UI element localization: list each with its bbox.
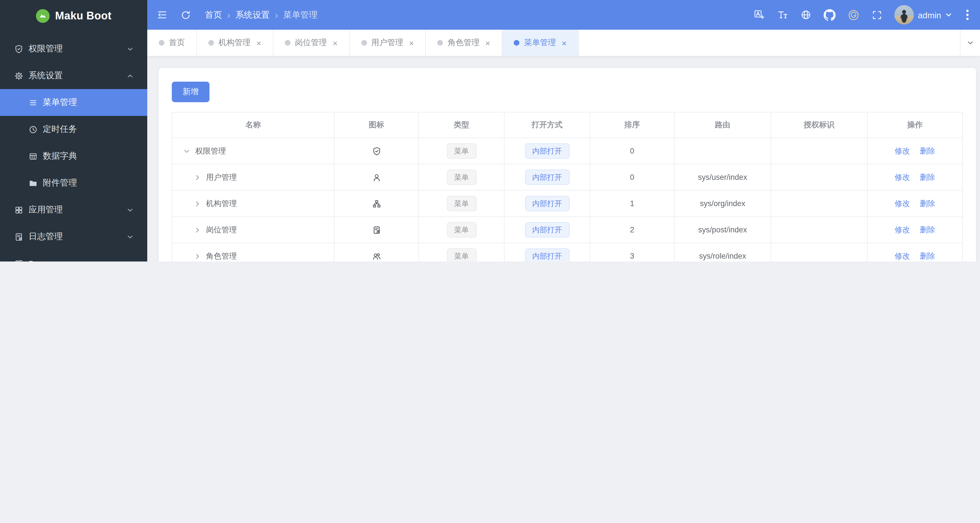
cell-icon xyxy=(334,138,418,164)
cell-icon xyxy=(334,217,418,243)
sidebar-item-0[interactable]: 权限管理 xyxy=(0,35,147,62)
user-menu[interactable]: admin xyxy=(894,5,952,24)
delete-link[interactable]: 删除 xyxy=(920,252,935,260)
cell-name: 机构管理 xyxy=(172,190,334,217)
breadcrumb-item-0[interactable]: 首页 xyxy=(205,10,222,20)
type-badge: 菜单 xyxy=(447,248,476,262)
expand-row-icon[interactable] xyxy=(194,253,201,260)
open-mode-badge: 内部打开 xyxy=(525,196,570,211)
app-logo: Maku Boot xyxy=(0,0,147,32)
sidebar-subitem-1-3[interactable]: 附件管理 xyxy=(0,170,147,196)
table-header-row: 名称图标类型打开方式排序路由授权标识操作 xyxy=(172,112,963,138)
column-header-1: 图标 xyxy=(334,112,418,138)
more-menu-icon[interactable] xyxy=(964,8,971,22)
avatar xyxy=(894,5,914,24)
sidebar-subitem-label: 数据字典 xyxy=(43,151,77,161)
tab-close-icon[interactable]: × xyxy=(562,38,567,48)
sidebar-subitem-1-2[interactable]: 数据字典 xyxy=(0,143,147,170)
font-size-icon[interactable] xyxy=(777,9,788,21)
cell-auth xyxy=(771,190,867,217)
sidebar-item-3[interactable]: 日志管理 xyxy=(0,223,147,250)
chevron-up-icon xyxy=(127,72,134,79)
collapse-sidebar-icon[interactable] xyxy=(156,9,168,21)
cell-icon xyxy=(334,190,418,217)
breadcrumb-item-1[interactable]: 系统设置 xyxy=(235,10,270,20)
delete-link[interactable]: 删除 xyxy=(920,225,935,234)
cell-name: 岗位管理 xyxy=(172,217,334,243)
content-area: 新增 名称图标类型打开方式排序路由授权标识操作 权限管理菜单内部打开0修改删除用… xyxy=(147,56,980,262)
breadcrumb-separator: › xyxy=(227,10,230,20)
collapse-row-icon[interactable] xyxy=(183,148,190,155)
delete-link[interactable]: 删除 xyxy=(920,199,935,207)
tab-3[interactable]: 用户管理× xyxy=(350,30,426,56)
chevron-down-icon xyxy=(967,40,974,46)
tab-dropdown-button[interactable] xyxy=(960,30,980,56)
header-actions: admin xyxy=(753,5,980,24)
sidebar-subitem-1-1[interactable]: 定时任务 xyxy=(0,116,147,143)
sidebar-subitem-1-0[interactable]: 菜单管理 xyxy=(0,89,147,116)
chevron-down-icon xyxy=(945,11,952,18)
cell-sort: 1 xyxy=(590,190,675,217)
globe-icon[interactable] xyxy=(800,9,811,21)
github-icon[interactable] xyxy=(824,9,835,21)
tab-4[interactable]: 角色管理× xyxy=(426,30,503,56)
delete-link[interactable]: 删除 xyxy=(920,173,935,181)
cell-open: 内部打开 xyxy=(504,138,590,164)
tab-close-icon[interactable]: × xyxy=(256,38,261,48)
tab-label: 机构管理 xyxy=(219,38,251,48)
tab-1[interactable]: 机构管理× xyxy=(197,30,274,56)
delete-link[interactable]: 删除 xyxy=(920,147,935,155)
tab-close-icon[interactable]: × xyxy=(409,38,414,48)
cell-auth xyxy=(771,164,867,190)
sidebar-subitem-label: 定时任务 xyxy=(43,124,77,135)
expand-row-icon[interactable] xyxy=(194,174,201,181)
table-body: 权限管理菜单内部打开0修改删除用户管理菜单内部打开0sys/user/index… xyxy=(172,138,963,262)
cell-auth xyxy=(771,138,867,164)
role-icon xyxy=(372,252,381,261)
tab-2[interactable]: 岗位管理× xyxy=(274,30,350,56)
sidebar-item-label: Demo xyxy=(29,259,51,262)
cell-route: sys/org/index xyxy=(675,190,771,217)
open-mode-badge: 内部打开 xyxy=(525,222,570,238)
edit-link[interactable]: 修改 xyxy=(895,147,910,155)
tab-label: 角色管理 xyxy=(448,38,480,48)
dict-icon xyxy=(29,151,38,161)
main-area: 首页›系统设置›菜单管理 xyxy=(147,0,980,262)
cell-route: sys/user/index xyxy=(675,164,771,190)
gitee-icon[interactable] xyxy=(848,9,859,21)
expand-row-icon[interactable] xyxy=(194,226,201,233)
cell-ops: 修改删除 xyxy=(867,217,963,243)
open-mode-badge: 内部打开 xyxy=(525,143,570,159)
tab-close-icon[interactable]: × xyxy=(485,38,491,48)
sidebar-item-2[interactable]: 应用管理 xyxy=(0,196,147,223)
sidebar-subitem-label: 附件管理 xyxy=(43,177,77,188)
tab-0[interactable]: 首页 xyxy=(147,30,197,56)
cell-type: 菜单 xyxy=(418,138,504,164)
tab-label: 用户管理 xyxy=(371,38,403,48)
type-badge: 菜单 xyxy=(447,222,476,238)
edit-link[interactable]: 修改 xyxy=(895,199,910,207)
edit-link[interactable]: 修改 xyxy=(895,252,910,260)
cell-type: 菜单 xyxy=(418,243,504,262)
language-icon[interactable] xyxy=(753,9,765,21)
edit-link[interactable]: 修改 xyxy=(895,173,910,181)
column-header-3: 打开方式 xyxy=(504,112,590,138)
type-badge: 菜单 xyxy=(447,196,476,211)
fullscreen-icon[interactable] xyxy=(872,10,882,20)
cell-route xyxy=(675,138,771,164)
grid-icon xyxy=(14,205,24,214)
refresh-icon[interactable] xyxy=(180,10,191,20)
cell-route: sys/role/index xyxy=(675,243,771,262)
sidebar-item-1[interactable]: 系统设置 xyxy=(0,62,147,89)
edit-link[interactable]: 修改 xyxy=(895,225,910,234)
app-window: Maku Boot 权限管理系统设置菜单管理定时任务数据字典附件管理应用管理日志… xyxy=(0,0,980,262)
sidebar-item-4[interactable]: Demo xyxy=(0,250,147,262)
cell-type: 菜单 xyxy=(418,164,504,190)
cell-ops: 修改删除 xyxy=(867,243,963,262)
tab-close-icon[interactable]: × xyxy=(333,38,338,48)
cell-open: 内部打开 xyxy=(504,217,590,243)
tab-5[interactable]: 菜单管理× xyxy=(502,30,579,56)
breadcrumb: 首页›系统设置›菜单管理 xyxy=(205,10,318,20)
add-button[interactable]: 新增 xyxy=(172,81,210,102)
expand-row-icon[interactable] xyxy=(194,200,201,207)
